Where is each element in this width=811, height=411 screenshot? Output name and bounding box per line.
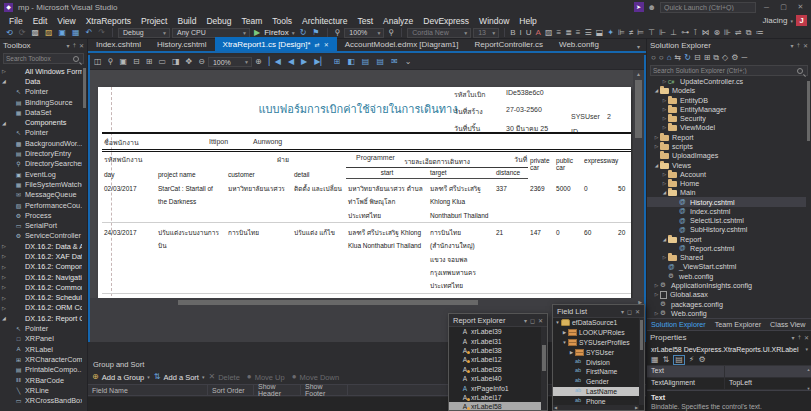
search[interactable]: ⚲ [108, 58, 114, 66]
solution-tree-item[interactable]: SelectList.cshtml [647, 216, 807, 225]
page-setup[interactable]: ▭ [158, 58, 166, 66]
expander-icon[interactable]: ▼ [561, 340, 568, 345]
document-tab[interactable]: ReportController.cs [466, 37, 550, 51]
toolbox-item[interactable]: ▤ PrintableCompo... [0, 365, 82, 375]
watermark[interactable]: ▤ [362, 58, 370, 66]
send-back[interactable]: ≔ [755, 29, 763, 37]
dock-tab[interactable]: Solution Explorer [647, 320, 710, 329]
property-value[interactable]: TopLeft [725, 378, 811, 389]
zoom-out-icon[interactable]: ⚲ [333, 29, 343, 37]
field-list-item[interactable]: ▶ SYSUser [553, 347, 639, 357]
toolbox-item[interactable]: ▧ PerformanceCou... [0, 200, 82, 210]
fit-bounds[interactable]: ⬓ [596, 29, 604, 37]
expander-icon[interactable]: ▶ [561, 330, 568, 335]
align-bottoms[interactable]: ⊥ [670, 29, 677, 37]
same-height[interactable]: ⊺ [693, 29, 697, 37]
menu-item[interactable]: Help [514, 16, 541, 26]
expander-icon[interactable]: ◢ [653, 163, 660, 168]
minimize-button[interactable]: ─ [760, 4, 773, 11]
pane-header-button[interactable]: ✕ [804, 334, 809, 341]
toolbox-item[interactable]: ▷ DX.16.2: Data & Analyti... [0, 241, 82, 251]
expander-icon[interactable]: ▷ [653, 144, 660, 149]
toolbox-item[interactable]: ‖‖ XRBarCode [0, 375, 82, 385]
toolbox-item[interactable]: ✉ MessageQueue [0, 190, 82, 200]
spacing-horizontal[interactable]: ⊪ [724, 29, 731, 37]
menu-item[interactable]: Build [172, 16, 201, 26]
menu-item[interactable]: Edit [28, 16, 53, 26]
show-all-files[interactable]: ⧉ [713, 54, 719, 62]
scroll-right-icon[interactable]: ▶ [635, 405, 638, 410]
preview[interactable]: ─ [741, 54, 747, 62]
expander-icon[interactable]: ▷ [0, 284, 8, 290]
underline[interactable]: U [526, 29, 532, 37]
toolbox-item[interactable]: ╲ XRLine [0, 385, 82, 395]
forward[interactable]: ○ [659, 54, 664, 62]
solution-explorer-search[interactable] [650, 65, 808, 76]
toolbox-search[interactable] [3, 53, 84, 64]
expander-icon[interactable]: ▷ [0, 264, 8, 270]
field-list-header[interactable]: Field List ▾◻✕ [553, 305, 644, 318]
zoom-dropdown[interactable]: 100%▼ [344, 28, 384, 38]
nav-forward[interactable]: ⟳ [17, 29, 28, 37]
same-size[interactable]: ⋈ [701, 29, 709, 37]
report-explorer-header[interactable]: Report Explorer ▾◻✕ [449, 314, 547, 327]
toolbox-item[interactable]: ▭ XRCrossBandBox [0, 396, 82, 406]
refresh[interactable]: ⊟ [694, 54, 701, 62]
solution-tree-item[interactable]: ▷ ViewModel [647, 123, 807, 132]
report-control-item[interactable]: A xrLabel12 [449, 355, 541, 364]
toolbox-scrollbar[interactable] [82, 66, 87, 411]
report-control-item[interactable]: A xrLabel28 [449, 365, 541, 374]
pane-header-button[interactable]: ▾ [792, 334, 795, 341]
toolbox-item[interactable]: ⚙ ServiceController [0, 231, 82, 241]
menu-item[interactable]: Analyze [378, 16, 418, 26]
bring-front[interactable]: ⧉ [746, 29, 752, 37]
menu-item[interactable]: Project [136, 16, 172, 26]
expander-icon[interactable]: ▷ [653, 292, 660, 297]
properties-object-dropdown[interactable]: xrLabel58 DevExpress.XtraReports.UI.XRLa… [647, 343, 811, 355]
scrollbar-thumb[interactable] [178, 300, 478, 305]
solution-tree-item[interactable]: ▷ Report [647, 133, 807, 142]
solution-search-input[interactable] [651, 67, 797, 74]
solution-tree-item[interactable]: Index.cshtml [647, 207, 807, 216]
pane-header-button[interactable]: ▾ [791, 42, 794, 49]
align-rights[interactable]: ⊨ [637, 29, 644, 37]
properties-header[interactable]: Properties ▾†✕ [647, 331, 811, 343]
menu-item[interactable]: Window [474, 16, 514, 26]
toolbox-item[interactable]: ▤ DirectoryEntry [0, 148, 82, 158]
solution-tree-item[interactable]: ▷ EntityDB [647, 96, 807, 105]
categorized[interactable]: ▦ [651, 356, 659, 364]
magic-wand[interactable]: ✦ [607, 29, 614, 37]
add-group[interactable]: ⊕ Add a Group ▾ [92, 373, 150, 382]
sync[interactable]: ↻ [684, 54, 691, 62]
italic[interactable]: I [520, 29, 522, 37]
toolbox-item[interactable]: ▤ BindingSource [0, 97, 82, 107]
switch-views[interactable]: ⇆ [675, 54, 682, 62]
zoom-out[interactable]: ⊖ [198, 58, 205, 66]
browse-with-icon[interactable]: ⚑ [310, 29, 321, 37]
align-left[interactable]: ≡ [556, 29, 561, 37]
expander-icon[interactable]: ▷ [653, 311, 660, 316]
bold[interactable]: B [510, 29, 515, 37]
pane-header-button[interactable]: † [798, 334, 801, 341]
user-avatar[interactable]: J [796, 15, 807, 26]
align-centers[interactable]: ≠ [629, 29, 633, 37]
toolbox-item[interactable]: ▷ DX.16.2: ORM Compon... [0, 303, 82, 313]
home[interactable]: ⌂ [667, 54, 672, 62]
window-button[interactable]: ◻ [627, 308, 632, 315]
align-center[interactable]: ≣ [565, 29, 572, 37]
expander-icon[interactable]: ▷ [653, 135, 660, 140]
dock-tab[interactable]: Team Explorer [711, 320, 765, 329]
expander-icon[interactable]: ▷ [0, 305, 8, 311]
solution-tree-item[interactable]: ▷ UpdateController.cs [647, 77, 807, 86]
expander-icon[interactable]: ▷ [661, 79, 668, 84]
center-horizontal[interactable]: ⊗ [713, 29, 720, 37]
expander-icon[interactable]: ◢ [661, 190, 668, 195]
canvas-scrollbar-vertical[interactable]: ▲ [633, 70, 644, 298]
toolbox-item[interactable]: ↖ Pointer [0, 323, 82, 333]
scale[interactable]: ◨ [172, 58, 180, 66]
window-button[interactable]: ✕ [538, 317, 543, 324]
toolbox-item[interactable]: ▷ All Windows Forms [0, 66, 82, 76]
align-lefts[interactable]: ⊫ [618, 29, 625, 37]
toolbox-item[interactable]: ↖ Pointer [0, 87, 82, 97]
pane-header-button[interactable]: † [797, 42, 800, 49]
